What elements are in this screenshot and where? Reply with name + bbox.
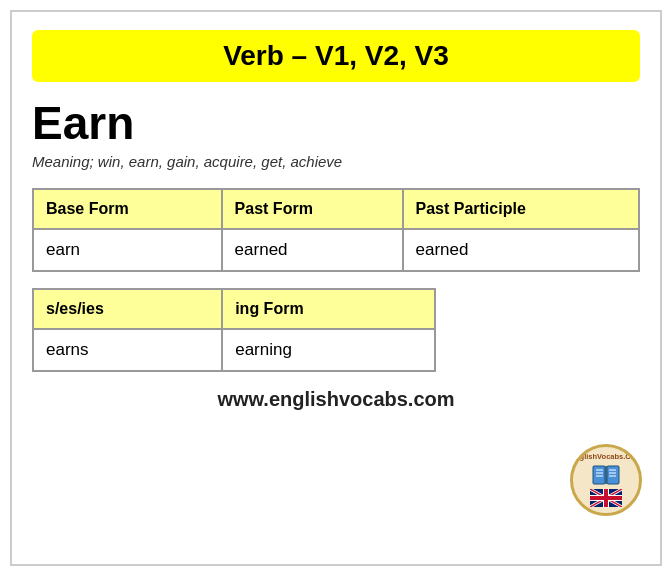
website-url: www.englishvocabs.com bbox=[32, 388, 640, 411]
svg-rect-17 bbox=[590, 496, 622, 500]
logo-badge: EnglishVocabs.Com bbox=[570, 444, 642, 516]
table-row: earn earned earned bbox=[33, 229, 639, 271]
cell-past: earned bbox=[222, 229, 403, 271]
uk-flag-icon bbox=[590, 489, 622, 507]
col-past-form: Past Form bbox=[222, 189, 403, 229]
col-ses: s/es/ies bbox=[33, 289, 222, 329]
table2-container: s/es/ies ing Form earns earning bbox=[32, 288, 640, 372]
svg-rect-1 bbox=[607, 466, 619, 484]
logo-text: EnglishVocabs.Com bbox=[570, 453, 642, 461]
col-base-form: Base Form bbox=[33, 189, 222, 229]
cell-earning: earning bbox=[222, 329, 435, 371]
table-row: earns earning bbox=[33, 329, 435, 371]
cell-base: earn bbox=[33, 229, 222, 271]
meaning-text: Meaning; win, earn, gain, acquire, get, … bbox=[32, 153, 640, 170]
table1-container: Base Form Past Form Past Participle earn… bbox=[32, 188, 640, 272]
book-icon bbox=[592, 464, 620, 486]
word-heading: Earn bbox=[32, 98, 640, 149]
verb-forms-table: Base Form Past Form Past Participle earn… bbox=[32, 188, 640, 272]
ses-ies-table: s/es/ies ing Form earns earning bbox=[32, 288, 436, 372]
title-banner: Verb – V1, V2, V3 bbox=[32, 30, 640, 82]
cell-participle: earned bbox=[403, 229, 640, 271]
col-past-participle: Past Participle bbox=[403, 189, 640, 229]
col-ing: ing Form bbox=[222, 289, 435, 329]
banner-title: Verb – V1, V2, V3 bbox=[223, 40, 449, 71]
card: Verb – V1, V2, V3 Earn Meaning; win, ear… bbox=[10, 10, 662, 566]
svg-rect-0 bbox=[593, 466, 605, 484]
cell-earns: earns bbox=[33, 329, 222, 371]
